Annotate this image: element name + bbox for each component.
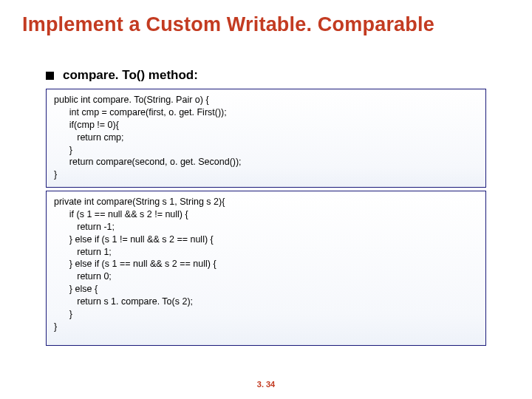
code-text-2: private int compare(String s 1, String s… xyxy=(54,196,478,333)
code-block-compare: private int compare(String s 1, String s… xyxy=(46,191,486,346)
code-text-1: public int compare. To(String. Pair o) {… xyxy=(54,94,478,181)
page-title: Implement a Custom Writable. Comparable xyxy=(22,13,517,36)
page-number: 3. 34 xyxy=(0,380,532,389)
bullet-text: compare. To() method: xyxy=(63,68,198,83)
slide: Implement a Custom Writable. Comparable … xyxy=(0,0,532,399)
code-block-compareTo: public int compare. To(String. Pair o) {… xyxy=(46,89,486,188)
bullet-row: compare. To() method: xyxy=(46,68,198,83)
square-bullet-icon xyxy=(46,72,54,80)
